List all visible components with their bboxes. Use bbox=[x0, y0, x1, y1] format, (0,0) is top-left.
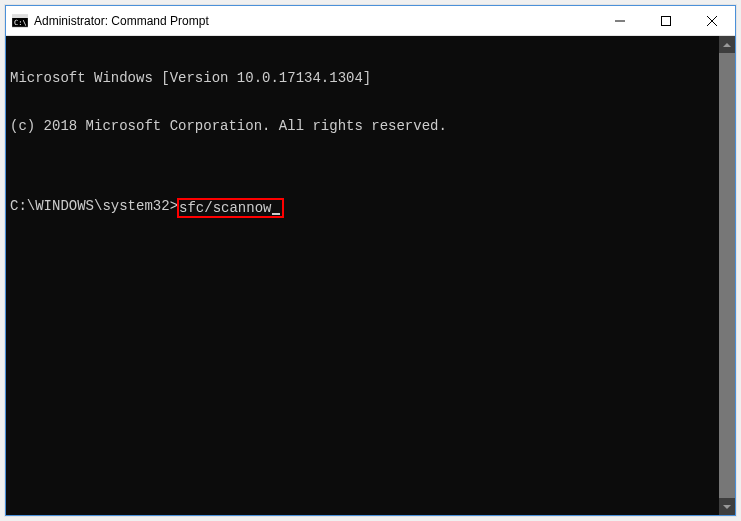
svg-rect-1 bbox=[12, 15, 28, 18]
svg-text:C:\: C:\ bbox=[14, 19, 27, 27]
app-icon: C:\ bbox=[12, 13, 28, 29]
close-button[interactable] bbox=[689, 6, 735, 35]
svg-marker-8 bbox=[723, 505, 731, 509]
chevron-up-icon bbox=[723, 43, 731, 47]
prompt-text: C:\WINDOWS\system32> bbox=[10, 198, 178, 214]
copyright-line: (c) 2018 Microsoft Corporation. All righ… bbox=[10, 118, 719, 134]
command-text: sfc/scannow bbox=[179, 200, 271, 216]
window-title: Administrator: Command Prompt bbox=[34, 14, 597, 28]
version-line: Microsoft Windows [Version 10.0.17134.13… bbox=[10, 70, 719, 86]
scroll-thumb[interactable] bbox=[719, 53, 735, 498]
minimize-icon bbox=[615, 16, 625, 26]
svg-marker-7 bbox=[723, 43, 731, 47]
maximize-button[interactable] bbox=[643, 6, 689, 35]
cursor-icon bbox=[272, 213, 280, 215]
close-icon bbox=[707, 16, 717, 26]
command-prompt-window: C:\ Administrator: Command Prompt bbox=[5, 5, 736, 516]
scroll-track[interactable] bbox=[719, 53, 735, 498]
window-controls bbox=[597, 6, 735, 35]
chevron-down-icon bbox=[723, 505, 731, 509]
scroll-up-button[interactable] bbox=[719, 36, 735, 53]
titlebar[interactable]: C:\ Administrator: Command Prompt bbox=[6, 6, 735, 36]
svg-rect-4 bbox=[662, 16, 671, 25]
terminal-output[interactable]: Microsoft Windows [Version 10.0.17134.13… bbox=[6, 36, 719, 515]
maximize-icon bbox=[661, 16, 671, 26]
command-highlight: sfc/scannow bbox=[177, 198, 284, 218]
terminal-area: Microsoft Windows [Version 10.0.17134.13… bbox=[6, 36, 735, 515]
vertical-scrollbar[interactable] bbox=[719, 36, 735, 515]
minimize-button[interactable] bbox=[597, 6, 643, 35]
scroll-down-button[interactable] bbox=[719, 498, 735, 515]
prompt-line: C:\WINDOWS\system32>sfc/scannow bbox=[10, 198, 719, 218]
